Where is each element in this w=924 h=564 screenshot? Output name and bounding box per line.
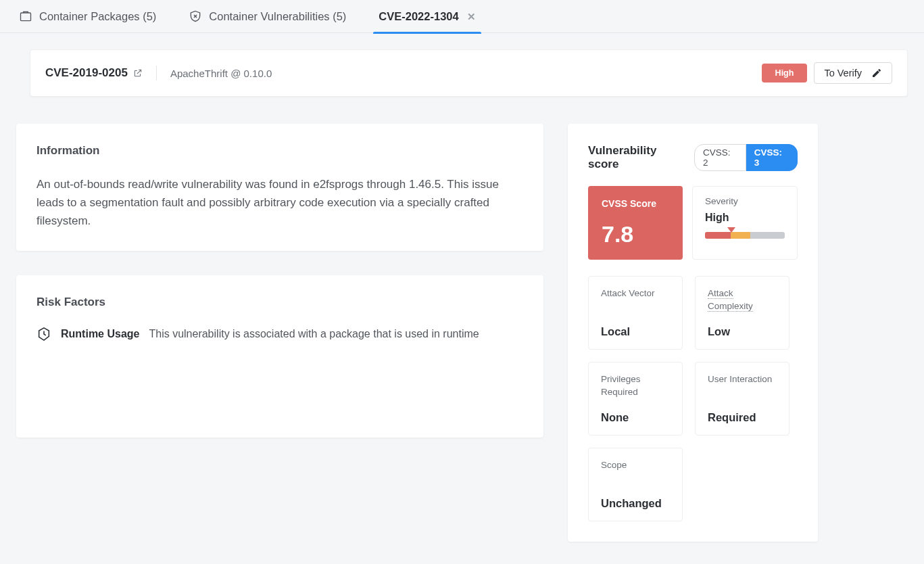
metric-label: Attack Vector (601, 287, 670, 313)
tab-container-packages[interactable]: Container Packages (5) (19, 0, 156, 33)
svg-rect-0 (21, 13, 31, 21)
tab-label: CVE-2022-1304 (379, 10, 458, 23)
severity-box: Severity High (692, 186, 798, 260)
cvss-metric: User InteractionRequired (695, 362, 789, 436)
metric-label: Attack Complexity (708, 287, 777, 313)
severity-value: High (705, 212, 785, 224)
close-icon[interactable]: ✕ (467, 11, 476, 22)
tab-bar: Container Packages (5) Container Vulnera… (0, 0, 924, 33)
package-reference: ApacheThrift @ 0.10.0 (170, 68, 272, 79)
metric-value: Unchanged (601, 497, 670, 510)
risk-factors-title: Risk Factors (37, 296, 523, 309)
risk-item-desc: This vulnerability is associated with a … (149, 328, 479, 340)
cvss2-pill[interactable]: CVSS: 2 (694, 144, 746, 171)
severity-badge: High (762, 64, 808, 83)
tab-label: Container Packages (5) (39, 10, 156, 23)
cve-header-card: CVE-2019-0205 ApacheThrift @ 0.10.0 High… (30, 49, 908, 97)
to-verify-label: To Verify (824, 68, 862, 78)
vulnerability-score-card: Vulnerability score CVSS: 2 CVSS: 3 CVSS… (568, 124, 818, 542)
cvss-metric: ScopeUnchanged (588, 448, 683, 521)
external-link-icon[interactable] (133, 68, 143, 78)
tab-container-vulnerabilities[interactable]: Container Vulnerabilities (5) (189, 0, 346, 33)
divider (156, 66, 157, 80)
metric-value: None (601, 411, 670, 424)
to-verify-button[interactable]: To Verify (814, 62, 892, 84)
tab-label: Container Vulnerabilities (5) (209, 10, 346, 23)
tab-cve-detail[interactable]: CVE-2022-1304 ✕ (379, 0, 475, 33)
shield-x-icon (189, 9, 202, 23)
cvss-score-value: 7.8 (602, 221, 669, 248)
metric-label: User Interaction (708, 373, 777, 399)
risk-factors-card: Risk Factors Runtime Usage This vulnerab… (16, 275, 543, 438)
risk-item-label: Runtime Usage (61, 328, 139, 340)
runtime-icon (37, 327, 51, 342)
cve-id: CVE-2019-0205 (45, 66, 128, 80)
cvss-score-box: CVSS Score 7.8 (588, 186, 683, 260)
vulnerability-score-heading: Vulnerability score (588, 144, 689, 171)
cvss3-pill[interactable]: CVSS: 3 (746, 144, 798, 171)
metric-value: Required (708, 411, 777, 424)
metric-label: Scope (601, 459, 670, 485)
cvss-metric: Attack ComplexityLow (695, 276, 789, 350)
risk-item: Runtime Usage This vulnerability is asso… (37, 327, 523, 342)
metric-value: Low (708, 325, 777, 338)
cvss-metric: Privileges RequiredNone (588, 362, 683, 436)
cvss-version-toggle: CVSS: 2 CVSS: 3 (694, 144, 798, 171)
metric-value: Local (601, 325, 670, 338)
cvss-metric: Attack VectorLocal (588, 276, 683, 350)
cvss-score-label: CVSS Score (602, 198, 669, 209)
severity-bar (705, 232, 785, 239)
edit-icon (871, 68, 882, 78)
cvss-metrics-grid: Attack VectorLocalAttack ComplexityLowPr… (588, 276, 798, 521)
package-icon (19, 9, 32, 23)
information-card: Information An out-of-bounds read/write … (16, 124, 543, 251)
severity-label: Severity (705, 196, 785, 206)
severity-pointer (727, 227, 735, 233)
information-title: Information (37, 144, 523, 158)
information-body: An out-of-bounds read/write vulnerabilit… (37, 175, 523, 231)
metric-label: Privileges Required (601, 373, 670, 399)
